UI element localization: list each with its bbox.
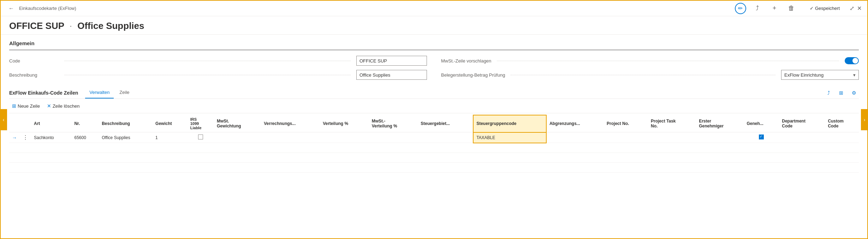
th-verrechnungs[interactable]: Verrechnungs... xyxy=(261,115,320,132)
row-menu-cell[interactable]: ⋮ xyxy=(20,132,31,143)
cell-project-no[interactable] xyxy=(604,132,648,143)
tab-verwalten[interactable]: Verwalten xyxy=(85,87,114,98)
th-beschreibung[interactable]: Beschreibung xyxy=(99,115,153,132)
th-steuergebiet[interactable]: Steuergebiet... xyxy=(418,115,473,132)
cell-steuergebiet[interactable] xyxy=(418,132,473,143)
back-button[interactable]: ← xyxy=(6,4,16,13)
th-mwst-verteilung[interactable]: MwSt.-Verteilung % xyxy=(369,115,418,132)
cell-art[interactable]: Sachkonto xyxy=(31,132,71,143)
cell-department-code[interactable] xyxy=(779,132,825,143)
code-label: Code xyxy=(9,58,59,64)
table-row: → ⋮ Sachkonto 65600 Office Supplies 1 xyxy=(9,132,859,143)
th-irs1099[interactable]: IRS1099Liable xyxy=(188,115,214,132)
tab-section-title: ExFlow Einkaufs-Code Zeilen xyxy=(9,90,78,96)
dropdown-label: Belegerstellung-Betrag Prüfung xyxy=(441,72,505,78)
table-row-empty-3 xyxy=(9,163,859,173)
main-content: Allgemein Code MwSt.-Zeile vorschlagen B… xyxy=(1,35,867,238)
row-arrow-icon: → xyxy=(12,135,17,141)
tab-zeile[interactable]: Zeile xyxy=(115,87,133,98)
settings-table-icon[interactable]: ⊞ xyxy=(836,88,846,98)
th-geneh[interactable]: Geneh... xyxy=(744,115,779,132)
code-row: Code xyxy=(9,56,427,66)
th-menu xyxy=(20,115,31,132)
description-dots xyxy=(64,75,351,75)
cell-irs1099[interactable] xyxy=(188,132,214,143)
description-row: Beschreibung xyxy=(9,70,427,80)
filter-icon[interactable]: ⚙ xyxy=(849,88,859,98)
th-steuergruppencode[interactable]: Steuergruppencode xyxy=(473,115,546,132)
th-department-code[interactable]: DepartmentCode xyxy=(779,115,825,132)
close-icon[interactable]: ✕ xyxy=(857,5,862,12)
table-row-empty-2 xyxy=(9,153,859,163)
page-title-bar: OFFICE SUP · Office Supplies xyxy=(1,16,867,35)
form-grid: Code MwSt.-Zeile vorschlagen Beschreibun… xyxy=(9,56,859,80)
share-table-icon[interactable]: ⤴ xyxy=(824,88,833,98)
new-row-icon: ⊞ xyxy=(12,103,16,109)
geneh-checkbox[interactable] xyxy=(759,135,764,139)
cell-erster-genehmiger[interactable] xyxy=(696,132,744,143)
cell-gewicht[interactable]: 1 xyxy=(153,132,188,143)
cell-steuergruppencode[interactable]: TAXABLE xyxy=(473,132,546,143)
new-row-label: Neue Zeile xyxy=(18,103,40,109)
table-row-empty-1 xyxy=(9,143,859,153)
check-icon: ✓ xyxy=(810,6,814,11)
th-verteilung-pct[interactable]: Verteilung % xyxy=(320,115,369,132)
page-title-code: OFFICE SUP xyxy=(9,20,64,31)
description-input[interactable] xyxy=(356,70,427,80)
th-mwst-gewichtung[interactable]: MwSt.Gewichtung xyxy=(214,115,261,132)
window-controls: ⤢ ✕ xyxy=(850,5,862,12)
expand-icon[interactable]: ⤢ xyxy=(850,5,854,12)
delete-row-label: Zeile löschen xyxy=(53,103,80,109)
mwst-toggle[interactable] xyxy=(845,57,859,64)
header-actions: ✏ ⤴ + 🗑 ✓ Gespeichert ⤢ ✕ xyxy=(735,3,862,14)
toolbar: ⊞ Neue Zeile ✕ Zeile löschen xyxy=(9,99,859,113)
toggle-dots xyxy=(497,61,839,61)
th-custom-code[interactable]: CustomCode xyxy=(825,115,859,132)
delete-row-icon: ✕ xyxy=(47,103,51,109)
general-section-header: Allgemein xyxy=(9,35,859,50)
cell-verteilung-pct[interactable] xyxy=(320,132,369,143)
cell-nr[interactable]: 65600 xyxy=(71,132,99,143)
toggle-label: MwSt.-Zeile vorschlagen xyxy=(441,58,491,64)
dropdown-dots xyxy=(511,75,775,75)
cell-project-task-no[interactable] xyxy=(648,132,696,143)
tabs-header: ExFlow Einkaufs-Code Zeilen Verwalten Ze… xyxy=(9,87,859,99)
breadcrumb: Einkaufscodekarte (ExFlow) xyxy=(19,6,735,11)
title-separator: · xyxy=(70,20,75,31)
irs1099-checkbox[interactable] xyxy=(198,135,203,139)
description-label: Beschreibung xyxy=(9,72,59,78)
page-title-name: Office Supplies xyxy=(77,20,144,31)
cell-mwst-gewichtung[interactable] xyxy=(214,132,261,143)
delete-row-button[interactable]: ✕ Zeile löschen xyxy=(44,102,83,110)
left-nav-arrow[interactable]: ‹ xyxy=(0,109,7,130)
saved-label: Gespeichert xyxy=(815,6,840,11)
right-nav-arrow[interactable]: › xyxy=(861,109,868,130)
cell-custom-code[interactable] xyxy=(825,132,859,143)
th-nr[interactable]: Nr. xyxy=(71,115,99,132)
add-icon-button[interactable]: + xyxy=(769,3,780,14)
edit-icon: ✏ xyxy=(738,5,743,12)
dropdown-container[interactable]: ExFlow Einrichtung ▾ xyxy=(781,70,859,80)
cell-geneh[interactable] xyxy=(744,132,779,143)
th-erster-genehmiger[interactable]: ErsterGenehmiger xyxy=(696,115,744,132)
th-project-task-no[interactable]: Project TaskNo. xyxy=(648,115,696,132)
cell-verrechnungs[interactable] xyxy=(261,132,320,143)
th-abgrenzung[interactable]: Abgrenzungs... xyxy=(546,115,604,132)
trash-icon: 🗑 xyxy=(788,5,795,12)
row-arrow-cell: → xyxy=(9,132,20,143)
cell-beschreibung[interactable]: Office Supplies xyxy=(99,132,153,143)
row-menu-icon[interactable]: ⋮ xyxy=(23,135,28,141)
th-art[interactable]: Art xyxy=(31,115,71,132)
tabs-section: ExFlow Einkaufs-Code Zeilen Verwalten Ze… xyxy=(9,87,859,173)
share-icon-button[interactable]: ⤴ xyxy=(752,3,763,14)
delete-icon-button[interactable]: 🗑 xyxy=(786,3,797,14)
tabs-right-actions: ⤴ ⊞ ⚙ xyxy=(824,88,859,98)
code-input[interactable] xyxy=(356,56,427,66)
th-project-no[interactable]: Project No. xyxy=(604,115,648,132)
share-icon: ⤴ xyxy=(756,5,759,12)
th-gewicht[interactable]: Gewicht xyxy=(153,115,188,132)
new-row-button[interactable]: ⊞ Neue Zeile xyxy=(9,102,43,110)
cell-mwst-verteilung[interactable] xyxy=(369,132,418,143)
cell-abgrenzung[interactable] xyxy=(546,132,604,143)
edit-icon-button[interactable]: ✏ xyxy=(735,3,746,14)
